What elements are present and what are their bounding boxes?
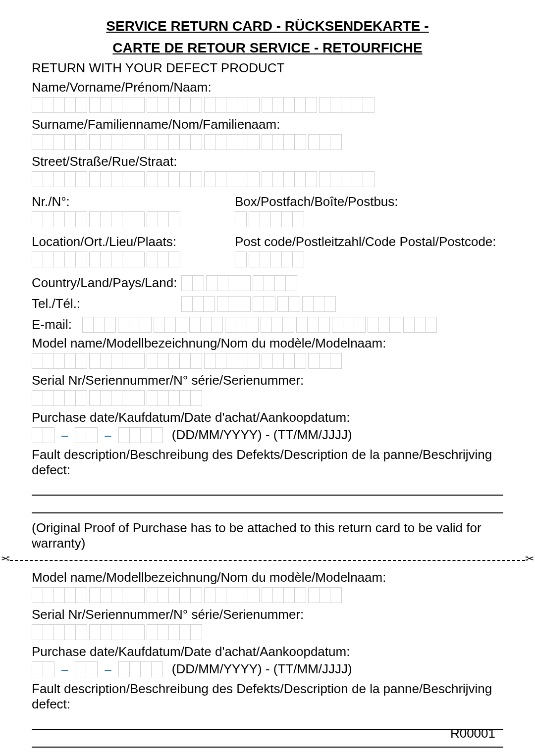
label-purchase-date: Purchase date/Kaufdatum/Date d'achat/Aan…	[32, 410, 503, 425]
stub-label-purchase-date: Purchase date/Kaufdatum/Date d'achat/Aan…	[32, 644, 503, 659]
input-box[interactable]	[235, 211, 304, 227]
stub-date-separator-1: –	[59, 662, 70, 676]
stub-input-model[interactable]	[32, 587, 503, 603]
stub-input-fault-line-2[interactable]	[32, 733, 503, 748]
instructions: RETURN WITH YOUR DEFECT PRODUCT	[32, 60, 503, 76]
input-nr[interactable]	[32, 211, 210, 227]
input-date-yyyy[interactable]	[118, 427, 163, 443]
stub-label-fault: Fault description/Beschreibung des Defek…	[32, 681, 503, 712]
label-tel: Tel./Tél.:	[32, 296, 175, 311]
label-location: Location/Ort./Lieu/Plaats:	[32, 234, 210, 250]
footer-code: R00001	[450, 726, 495, 741]
scissors-icon: ✂	[525, 553, 534, 565]
input-model[interactable]	[32, 353, 503, 369]
stub-input-serial[interactable]	[32, 624, 503, 640]
date-separator-1: –	[59, 428, 70, 442]
label-fault: Fault description/Beschreibung des Defek…	[32, 447, 503, 478]
label-postcode: Post code/Postleitzahl/Code Postal/Postc…	[235, 234, 496, 250]
stub-label-model: Model name/Modellbezeichnung/Nom du modè…	[32, 570, 503, 585]
stub-date-separator-2: –	[103, 662, 113, 676]
input-date-dd[interactable]	[32, 427, 54, 443]
cut-line: ✂ ✂	[0, 555, 535, 565]
label-model: Model name/Modellbezeichnung/Nom du modè…	[32, 336, 503, 351]
stub-date-format-hint: (DD/MM/YYYY) - (TT/MM/JJJJ)	[172, 661, 352, 677]
label-name: Name/Vorname/Prénom/Naam:	[32, 80, 503, 95]
input-email[interactable]	[82, 317, 437, 333]
warranty-note: (Original Proof of Purchase has to be at…	[32, 520, 503, 551]
label-box: Box/Postfach/Boîte/Postbus:	[235, 194, 398, 209]
input-date-mm[interactable]	[75, 427, 98, 443]
input-postcode[interactable]	[235, 252, 304, 267]
page-title-line1: SERVICE RETURN CARD - RÜCKSENDEKARTE -	[32, 17, 503, 36]
label-nr: Nr./N°:	[32, 194, 210, 209]
stub-input-date-mm[interactable]	[75, 661, 98, 677]
input-fault-line-2[interactable]	[32, 499, 503, 513]
stub-input-fault-line-1[interactable]	[32, 715, 503, 730]
input-street[interactable]	[32, 171, 503, 187]
label-serial: Serial Nr/Seriennummer/N° série/Serienum…	[32, 373, 503, 388]
input-serial[interactable]	[32, 390, 503, 406]
label-country: Country/Land/Pays/Land:	[32, 275, 175, 291]
scissors-icon: ✂	[1, 553, 10, 565]
input-name[interactable]	[32, 97, 503, 113]
input-surname[interactable]	[32, 134, 503, 150]
stub-label-serial: Serial Nr/Seriennummer/N° série/Serienum…	[32, 607, 503, 622]
date-separator-2: –	[103, 428, 113, 442]
input-fault-line-1[interactable]	[32, 481, 503, 496]
input-country[interactable]	[181, 275, 297, 291]
stub-input-date-yyyy[interactable]	[118, 661, 163, 677]
label-email: E-mail:	[32, 317, 76, 332]
label-street: Street/Straße/Rue/Straat:	[32, 154, 503, 169]
date-format-hint: (DD/MM/YYYY) - (TT/MM/JJJJ)	[172, 427, 352, 443]
input-location[interactable]	[32, 252, 210, 267]
stub-input-date-dd[interactable]	[32, 661, 54, 677]
page-title-line2: CARTE DE RETOUR SERVICE - RETOURFICHE	[32, 39, 503, 57]
input-tel[interactable]	[181, 296, 336, 312]
label-surname: Surname/Familienname/Nom/Familienaam:	[32, 117, 503, 132]
